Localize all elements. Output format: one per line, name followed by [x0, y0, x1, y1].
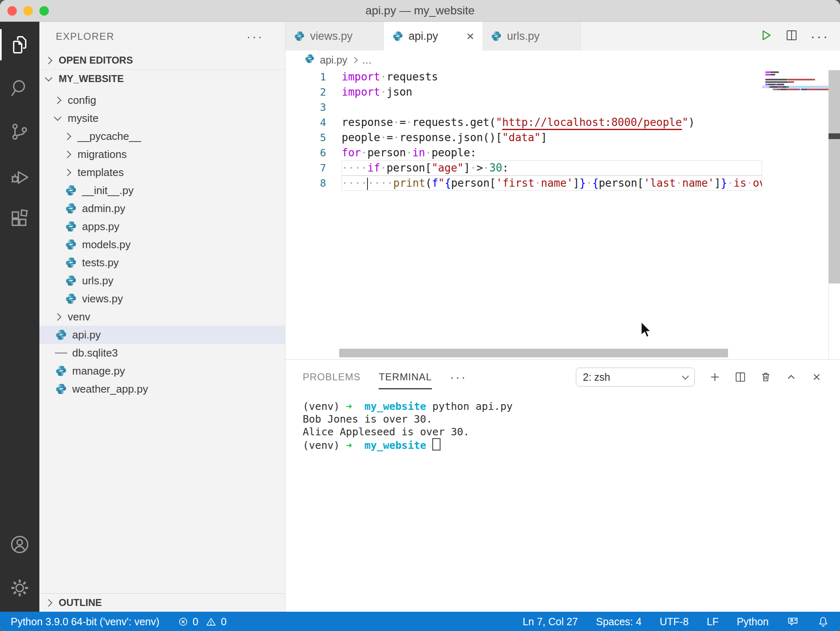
- explorer-icon[interactable]: [0, 25, 39, 64]
- explorer-actions-icon[interactable]: ···: [247, 30, 264, 43]
- new-terminal-icon[interactable]: [709, 371, 721, 383]
- problems-status[interactable]: 0 0: [178, 616, 227, 628]
- settings-icon[interactable]: [0, 568, 39, 608]
- python-icon: [491, 30, 502, 42]
- editor-actions: ···: [759, 22, 840, 50]
- sidebar-title-row: EXPLORER ···: [39, 22, 285, 51]
- indentation-status[interactable]: Spaces: 4: [596, 616, 641, 628]
- python-file-icon: [304, 53, 315, 66]
- tree-item-label: api.py: [72, 329, 100, 341]
- code-line-7[interactable]: 7····if·person["age"]·>·30:: [285, 160, 762, 176]
- tree-item-mysite[interactable]: mysite: [39, 109, 285, 127]
- tree-item-label: views.py: [82, 293, 123, 305]
- tree-item--init-py[interactable]: __init__.py: [39, 181, 285, 199]
- outline-section[interactable]: OUTLINE: [39, 593, 285, 612]
- python-file-icon: [55, 383, 67, 395]
- run-python-file-button[interactable]: [759, 28, 773, 44]
- python-file-icon: [65, 220, 77, 233]
- close-tab-icon[interactable]: ×: [466, 30, 474, 43]
- terminal-shell-select[interactable]: 2: zsh: [576, 368, 695, 386]
- encoding-status[interactable]: UTF-8: [660, 616, 689, 628]
- source-control-icon[interactable]: [0, 112, 39, 151]
- maximize-window-button[interactable]: [39, 6, 49, 16]
- terminal-line: Alice Appleseed is over 30.: [303, 425, 840, 438]
- horizontal-scrollbar[interactable]: [339, 349, 728, 357]
- run-debug-icon[interactable]: [0, 155, 39, 195]
- python-icon: [55, 365, 67, 377]
- python-interpreter-status[interactable]: Python 3.9.0 64-bit ('venv': venv): [11, 616, 160, 628]
- feedback-icon[interactable]: [787, 615, 799, 628]
- python-icon: [65, 293, 77, 305]
- close-panel-icon[interactable]: [810, 371, 823, 383]
- chevron-right-icon: [64, 133, 71, 140]
- code-line-text: ····if·person["age"]·>·30:: [342, 160, 762, 176]
- notifications-bell-icon[interactable]: [817, 615, 829, 628]
- panel-header: PROBLEMS TERMINAL ··· 2: zsh: [285, 360, 840, 394]
- more-actions-icon[interactable]: ···: [810, 28, 829, 44]
- split-terminal-icon[interactable]: [734, 371, 746, 383]
- tree-item-weather-app-py[interactable]: weather_app.py: [39, 380, 285, 398]
- account-icon[interactable]: [0, 525, 39, 564]
- bottom-panel: PROBLEMS TERMINAL ··· 2: zsh: [285, 359, 840, 612]
- tree-item-views-py[interactable]: views.py: [39, 290, 285, 308]
- tree-item--pycache-[interactable]: __pycache__: [39, 127, 285, 145]
- tree-item-label: apps.py: [82, 220, 119, 233]
- python-icon: [65, 184, 77, 197]
- language-mode-status[interactable]: Python: [737, 616, 769, 628]
- chevron-down-icon: [682, 373, 689, 380]
- tree-item-label: __init__.py: [82, 184, 134, 197]
- chevron-down-icon: [45, 74, 52, 81]
- minimize-window-button[interactable]: [23, 6, 33, 16]
- scrollbar-thumb[interactable]: [829, 133, 840, 139]
- minimap-line: [762, 88, 829, 91]
- code-line-1[interactable]: 1import·requests: [285, 69, 762, 85]
- search-icon[interactable]: [0, 69, 39, 108]
- breadcrumb[interactable]: api.py …: [285, 50, 840, 69]
- terminal-shell-value: 2: zsh: [583, 371, 610, 383]
- code-line-text: import·json: [342, 85, 762, 100]
- python-icon: [65, 220, 77, 233]
- terminal-line: Bob Jones is over 30.: [303, 413, 840, 425]
- code-line-8[interactable]: 8········print(f"{person['first·name']}·…: [285, 176, 762, 191]
- tab-urls-py[interactable]: urls.py: [482, 22, 581, 50]
- tree-item-api-py[interactable]: api.py: [39, 326, 285, 344]
- tree-item-apps-py[interactable]: apps.py: [39, 217, 285, 235]
- cursor-position-status[interactable]: Ln 7, Col 27: [523, 616, 578, 628]
- eol-status[interactable]: LF: [707, 616, 719, 628]
- tree-item-manage-py[interactable]: manage.py: [39, 362, 285, 380]
- tab-terminal[interactable]: TERMINAL: [379, 360, 431, 394]
- maximize-panel-icon[interactable]: [785, 371, 797, 383]
- code-line-6[interactable]: 6for·person·in·people:: [285, 145, 762, 160]
- tab-views-py[interactable]: views.py: [285, 22, 384, 50]
- tab-api-py[interactable]: api.py×: [384, 22, 482, 50]
- code-line-5[interactable]: 5people·=·response.json()["data"]: [285, 130, 762, 145]
- terminal-line: (venv) ➜ my_website python api.py: [303, 400, 840, 413]
- panel-more-icon[interactable]: ···: [450, 370, 467, 384]
- tree-item-migrations[interactable]: migrations: [39, 145, 285, 163]
- code-editor[interactable]: 1import·requests2import·json34response·=…: [285, 69, 762, 359]
- tab-problems[interactable]: PROBLEMS: [303, 360, 361, 394]
- code-line-text: people·=·response.json()["data"]: [342, 130, 762, 145]
- minimap[interactable]: [762, 69, 829, 359]
- terminal-output[interactable]: (venv) ➜ my_website python api.pyBob Jon…: [285, 394, 840, 612]
- code-line-2[interactable]: 2import·json: [285, 85, 762, 100]
- tree-item-templates[interactable]: templates: [39, 163, 285, 181]
- extensions-icon[interactable]: [0, 199, 39, 238]
- tree-item-admin-py[interactable]: admin.py: [39, 199, 285, 217]
- tree-item-db-sqlite3[interactable]: db.sqlite3: [39, 344, 285, 362]
- workspace-root-section[interactable]: MY_WEBSITE: [39, 70, 285, 88]
- kill-terminal-icon[interactable]: [760, 371, 772, 383]
- scrollbar-track[interactable]: [829, 70, 840, 283]
- code-line-4[interactable]: 4response·=·requests.get("http://localho…: [285, 115, 762, 130]
- vertical-scrollbar[interactable]: [829, 69, 840, 359]
- tree-item-tests-py[interactable]: tests.py: [39, 254, 285, 272]
- open-editors-section[interactable]: OPEN EDITORS: [39, 51, 285, 70]
- split-editor-icon[interactable]: [785, 29, 798, 43]
- close-window-button[interactable]: [7, 6, 17, 16]
- tree-item-config[interactable]: config: [39, 91, 285, 109]
- tree-item-venv[interactable]: venv: [39, 308, 285, 326]
- tree-item-models-py[interactable]: models.py: [39, 235, 285, 254]
- code-line-3[interactable]: 3: [285, 100, 762, 115]
- explorer-sidebar: EXPLORER ··· OPEN EDITORS MY_WEBSITE con…: [39, 22, 285, 612]
- tree-item-urls-py[interactable]: urls.py: [39, 272, 285, 290]
